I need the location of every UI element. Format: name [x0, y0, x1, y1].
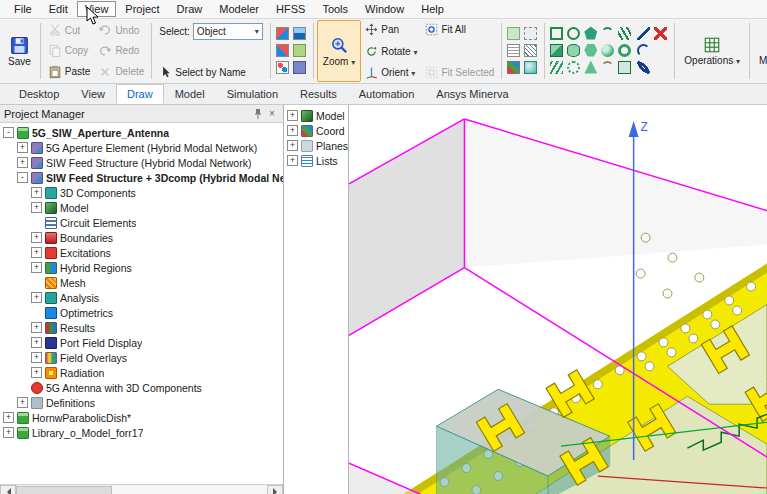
tree-expander[interactable]: + [31, 367, 42, 378]
view-wire-icon[interactable] [524, 44, 537, 57]
tree-expander[interactable]: + [31, 247, 42, 258]
select-multi-icon[interactable] [293, 27, 306, 40]
pan-button[interactable]: Pan [361, 21, 421, 38]
tab-model[interactable]: Model [164, 84, 216, 104]
tree-expander[interactable]: + [31, 187, 42, 198]
view-shade-icon[interactable] [524, 61, 537, 74]
copy-button[interactable]: Copy [44, 42, 95, 60]
tree-expander[interactable]: + [3, 427, 14, 438]
tree-item[interactable]: -SIW Feed Structure + 3Dcomp (Hybrid Mod… [0, 170, 283, 185]
menu-modeler[interactable]: Modeler [211, 1, 267, 17]
menu-hfss[interactable]: HFSS [268, 1, 313, 17]
tree-expander[interactable]: + [17, 157, 28, 168]
tree-expander[interactable]: + [31, 292, 42, 303]
select-mode-dropdown[interactable]: Object ▾ [193, 23, 263, 40]
tree-item[interactable]: +3D Components [0, 185, 283, 200]
draw-line-icon[interactable] [637, 27, 650, 40]
tree-item[interactable]: +Radiation [0, 365, 283, 380]
close-icon[interactable]: × [265, 107, 279, 120]
draw-helix-icon[interactable] [550, 61, 563, 74]
draw-polygon-icon[interactable] [584, 27, 597, 40]
tab-view[interactable]: View [70, 84, 116, 104]
draw-spiral-icon[interactable] [567, 61, 580, 74]
draw-torus-icon[interactable] [618, 44, 631, 57]
3d-viewport[interactable]: Z [349, 105, 767, 494]
modeler-tree-item[interactable]: +Coord [284, 123, 348, 138]
tree-expander[interactable]: + [17, 142, 28, 153]
menu-view[interactable]: View [77, 1, 117, 17]
tree-item[interactable]: +SIW Feed Structure (Hybrid Modal Networ… [0, 155, 283, 170]
select-inside-icon[interactable] [293, 44, 306, 57]
tree-item[interactable]: +HornwParabolicDish* [0, 410, 283, 425]
tree-item[interactable]: +5G Aperture Element (Hybrid Modal Netwo… [0, 140, 283, 155]
draw-arc-icon[interactable] [601, 27, 614, 40]
draw-cylinder-icon[interactable] [567, 44, 580, 57]
tab-desktop[interactable]: Desktop [8, 84, 70, 104]
fit-selected-button[interactable]: Fit Selected [421, 64, 498, 81]
measure-button[interactable]: Measure ▾ [753, 20, 767, 82]
menu-edit[interactable]: Edit [41, 1, 76, 17]
tree-expander[interactable]: - [17, 172, 28, 183]
tree-item[interactable]: +Port Field Display [0, 335, 283, 350]
orient-button[interactable]: Orient ▾ [361, 64, 421, 81]
tree-expander[interactable]: + [31, 262, 42, 273]
select-edge-icon[interactable] [276, 44, 289, 57]
menu-project[interactable]: Project [117, 1, 167, 17]
tree-expander[interactable]: + [3, 412, 14, 423]
menu-tools[interactable]: Tools [314, 1, 356, 17]
modeler-tree-item[interactable]: +Model [284, 108, 348, 123]
tree-expander[interactable]: + [287, 140, 298, 151]
draw-bondwire-icon[interactable] [601, 61, 614, 74]
select-vertex-icon[interactable] [276, 61, 289, 74]
tree-expander[interactable]: + [287, 110, 298, 121]
tree-item[interactable]: +Library_o_Model_forr17 [0, 425, 283, 440]
scroll-left-button[interactable] [0, 485, 16, 494]
tree-item[interactable]: Mesh [0, 275, 283, 290]
modeler-tree-item[interactable]: +Lists [284, 153, 348, 168]
select-by-name-button[interactable]: Select by Name [155, 63, 267, 81]
scroll-right-button[interactable] [267, 485, 283, 494]
draw-arc3pt-icon[interactable] [637, 44, 650, 57]
tree-expander[interactable]: - [3, 127, 14, 138]
tree-expander[interactable]: + [17, 397, 28, 408]
select-behind-icon[interactable] [293, 61, 306, 74]
rotate-button[interactable]: Rotate ▾ [361, 43, 421, 60]
draw-equation-curve-icon[interactable] [618, 27, 631, 40]
tab-ansys-minerva[interactable]: Ansys Minerva [425, 84, 519, 104]
tree-item[interactable]: +Analysis [0, 290, 283, 305]
view-xy-icon[interactable] [507, 27, 520, 40]
operations-button[interactable]: Operations ▾ [678, 20, 746, 82]
pin-icon[interactable] [251, 107, 265, 120]
draw-polyhedron-icon[interactable] [584, 44, 597, 57]
draw-spline-icon[interactable] [637, 61, 650, 74]
scrollbar-thumb[interactable] [16, 486, 112, 494]
tree-expander[interactable]: + [31, 232, 42, 243]
tree-item[interactable]: Circuit Elements [0, 215, 283, 230]
select-face-icon[interactable] [276, 27, 289, 40]
save-button[interactable]: Save [2, 20, 37, 82]
redo-button[interactable]: Redo [94, 42, 148, 60]
insert-point-icon[interactable] [654, 27, 667, 40]
draw-box-icon[interactable] [550, 44, 563, 57]
zoom-button[interactable]: Zoom ▾ [317, 20, 361, 82]
tree-item[interactable]: +Definitions [0, 395, 283, 410]
tree-item[interactable]: +Model [0, 200, 283, 215]
draw-ellipse-icon[interactable] [567, 27, 580, 40]
menu-window[interactable]: Window [357, 1, 412, 17]
tree-expander[interactable]: + [287, 125, 298, 136]
draw-sphere-icon[interactable] [601, 44, 614, 57]
tree-item[interactable]: +Hybrid Regions [0, 260, 283, 275]
paste-button[interactable]: Paste [44, 63, 95, 81]
draw-udp-icon[interactable] [618, 61, 631, 74]
draw-cone-icon[interactable] [584, 61, 597, 74]
tree-item[interactable]: +Field Overlays [0, 350, 283, 365]
view-axes-icon[interactable] [507, 61, 520, 74]
scrollbar-track[interactable] [16, 486, 267, 494]
tree-expander[interactable]: + [31, 352, 42, 363]
modeler-tree-item[interactable]: +Planes [284, 138, 348, 153]
menu-file[interactable]: File [6, 1, 40, 17]
menu-draw[interactable]: Draw [169, 1, 211, 17]
draw-rectangle-icon[interactable] [550, 27, 563, 40]
undo-button[interactable]: Undo [94, 21, 148, 39]
tree-item[interactable]: Optimetrics [0, 305, 283, 320]
